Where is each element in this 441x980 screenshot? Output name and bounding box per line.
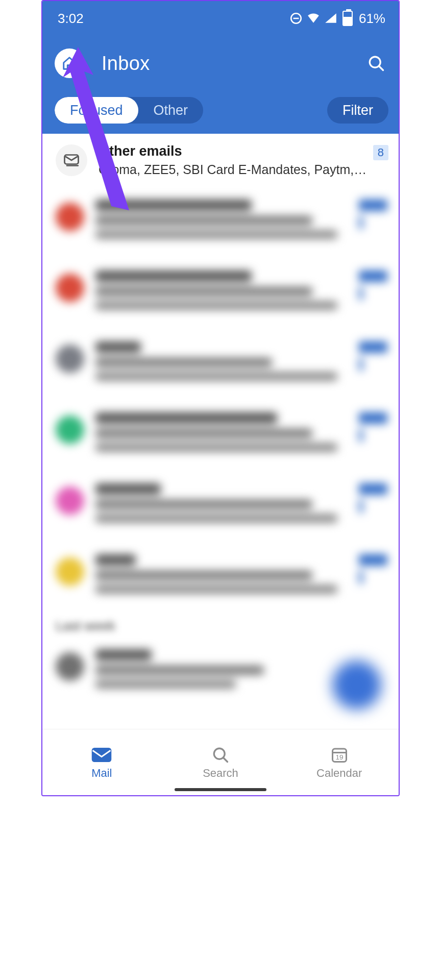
email-item[interactable]	[42, 257, 399, 328]
svg-line-3	[379, 66, 383, 70]
email-item[interactable]	[42, 328, 399, 399]
dnd-icon	[289, 12, 303, 25]
nav-mail-label: Mail	[91, 767, 112, 780]
page-title: Inbox	[102, 53, 366, 75]
nav-mail[interactable]: Mail	[42, 729, 161, 795]
avatar	[56, 274, 84, 302]
battery-icon	[342, 11, 353, 26]
inbox-tabs-row: Focused Other Filter	[42, 96, 399, 134]
search-icon	[367, 54, 385, 72]
nav-calendar[interactable]: 19 Calendar	[280, 729, 399, 795]
wifi-icon	[307, 12, 320, 25]
compose-fab[interactable]	[332, 660, 381, 709]
email-item[interactable]	[42, 470, 399, 541]
app-header: Inbox	[42, 36, 399, 96]
header-search-button[interactable]	[366, 53, 386, 74]
avatar	[56, 203, 84, 231]
account-home-button[interactable]	[55, 48, 84, 78]
other-emails-title: Other emails	[99, 143, 368, 159]
avatar	[56, 557, 84, 586]
home-icon	[62, 56, 77, 71]
email-item[interactable]	[42, 399, 399, 470]
nav-search-label: Search	[203, 767, 238, 780]
tab-focused[interactable]: Focused	[55, 97, 138, 124]
tab-other[interactable]: Other	[138, 97, 204, 124]
avatar	[56, 345, 84, 373]
home-indicator[interactable]	[175, 788, 266, 791]
avatar	[56, 652, 84, 681]
other-emails-banner[interactable]: Other emails Croma, ZEE5, SBI Card E-Man…	[42, 134, 399, 186]
filter-button[interactable]: Filter	[327, 97, 388, 124]
svg-rect-5	[92, 748, 112, 762]
section-heading: Last week	[42, 612, 399, 636]
other-emails-text: Other emails Croma, ZEE5, SBI Card E-Man…	[99, 143, 368, 177]
inbox-segmented-control: Focused Other	[55, 97, 203, 124]
status-icons: 61%	[289, 11, 385, 27]
battery-text: 61%	[359, 11, 385, 27]
status-bar: 3:02 61%	[42, 1, 399, 36]
search-icon	[211, 746, 230, 764]
svg-text:19: 19	[335, 753, 343, 761]
other-emails-icon-wrap	[56, 144, 87, 176]
bottom-nav: Mail Search 19 Calendar	[42, 729, 399, 795]
nav-search[interactable]: Search	[161, 729, 280, 795]
mail-icon	[91, 747, 112, 763]
avatar	[56, 415, 84, 444]
mail-stack-icon	[62, 151, 81, 169]
nav-calendar-label: Calendar	[316, 767, 362, 780]
email-item[interactable]	[42, 541, 399, 612]
other-emails-count: 8	[373, 145, 388, 160]
avatar	[56, 486, 84, 515]
other-emails-subtitle: Croma, ZEE5, SBI Card E-Mandates, Paytm,…	[99, 162, 368, 177]
email-list[interactable]: Last week	[42, 186, 399, 699]
status-time: 3:02	[58, 11, 84, 27]
calendar-icon: 19	[330, 746, 349, 764]
email-item[interactable]	[42, 186, 399, 257]
svg-line-7	[224, 758, 228, 762]
cell-signal-icon	[324, 12, 337, 25]
